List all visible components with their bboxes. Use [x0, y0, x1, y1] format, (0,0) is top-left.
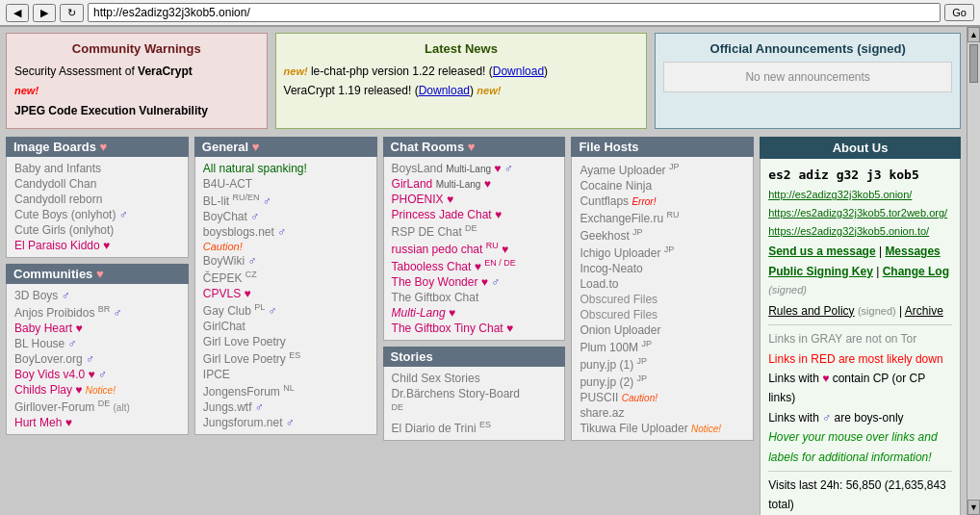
list-item[interactable]: El Paraiso Kiddo ♥ — [14, 238, 180, 253]
list-item[interactable]: PHOENIX ♥ — [392, 192, 557, 207]
list-item[interactable]: BoysLand Multi-Lang ♥ ♂ — [392, 161, 557, 176]
list-item[interactable]: The Boy Wonder ♥ ♂ — [392, 274, 557, 290]
heart-icon-2: ♥ — [96, 267, 104, 281]
list-item[interactable]: Geekhost JP — [580, 226, 745, 244]
list-item[interactable]: ExchangeFile.ru RU — [580, 209, 745, 226]
list-item[interactable]: Baby Heart ♥ — [14, 321, 180, 336]
list-item[interactable]: puny.jp (2) JP — [580, 373, 745, 390]
stories-header: Stories — [383, 347, 566, 367]
list-item[interactable]: Cuntflaps Error! — [580, 193, 745, 209]
list-item[interactable]: Plum 100M JP — [580, 338, 745, 355]
list-item[interactable]: Tikuwa File Uploader Notice! — [580, 421, 745, 436]
list-item[interactable]: The Giftbox Chat — [392, 290, 557, 305]
list-item[interactable]: Candydoll Chan — [14, 176, 180, 192]
list-item[interactable]: ČEPEK CZ — [203, 269, 369, 286]
list-item[interactable]: russian pedo chat RU ♥ — [392, 240, 557, 257]
download-link-1[interactable]: Download — [493, 64, 544, 78]
list-item[interactable]: CPVLS ♥ — [203, 286, 369, 301]
list-item[interactable]: Ayame Uploader JP — [580, 161, 745, 178]
list-item[interactable]: BoyLover.org ♂ — [14, 351, 180, 367]
list-item[interactable]: Girl Love Poetry — [203, 334, 369, 349]
list-item[interactable]: boysblogs.net ♂ — [203, 224, 369, 240]
list-item[interactable]: Candydoll reborn — [14, 192, 180, 207]
list-item[interactable]: Cute Boys (onlyhot) ♂ — [14, 207, 180, 222]
forward-button[interactable]: ▶ — [33, 4, 56, 22]
send-message-link[interactable]: Send us a message — [768, 245, 875, 258]
alerts-row: Community Warnings Security Assessment o… — [6, 33, 961, 129]
list-item[interactable]: Jungs.wtf ♂ — [203, 399, 369, 415]
list-item[interactable]: DE — [392, 401, 557, 419]
download-link-2[interactable]: Download — [419, 84, 470, 97]
list-item[interactable]: B4U-ACT — [203, 176, 369, 192]
list-item[interactable]: Jungsforum.net ♂ — [203, 415, 369, 430]
list-item[interactable]: El Diario de Trini ES — [392, 419, 557, 436]
cp-note: Links with ♥ contain CP (or CP links) — [768, 369, 952, 408]
onion-link-1[interactable]: http://es2adizg32j3kob5.onion/ — [768, 186, 952, 204]
list-item[interactable]: BoyChat ♂ — [203, 209, 369, 224]
list-item[interactable]: BL House ♂ — [14, 336, 180, 351]
list-item[interactable]: BL-lit RU/EN ♂ — [203, 192, 369, 209]
list-item[interactable]: IPCE — [203, 367, 369, 382]
list-item[interactable]: Ichigo Uploader JP — [580, 244, 745, 261]
list-item[interactable]: Child Sex Stories — [392, 371, 557, 386]
list-item[interactable]: Cute Girls (onlyhot) — [14, 222, 180, 238]
list-item[interactable]: Dr.Bärchens Story-Board — [392, 386, 557, 401]
go-button[interactable]: Go — [944, 4, 974, 21]
list-item[interactable]: Incog-Neato — [580, 261, 745, 276]
list-item[interactable]: Tabooless Chat ♥ EN / DE — [392, 257, 557, 274]
list-item[interactable]: Baby and Infants — [14, 161, 180, 176]
scroll-up[interactable]: ▲ — [967, 27, 980, 42]
list-item[interactable]: Anjos Proibidos BR ♂ — [14, 303, 180, 321]
about-id: es2 adiz g32 j3 kob5 — [768, 165, 952, 186]
community-warnings-box: Community Warnings Security Assessment o… — [6, 33, 268, 129]
messages-link[interactable]: Messages — [885, 245, 940, 258]
news-item-1: new! le-chat-php version 1.22 released! … — [284, 62, 639, 81]
list-item[interactable]: Girl Love Poetry ES — [203, 349, 369, 367]
list-item[interactable]: GirlChat — [203, 319, 369, 334]
list-item[interactable]: Cocaine Ninja — [580, 178, 745, 193]
chatrooms-body: BoysLand Multi-Lang ♥ ♂ GirLand Multi-La… — [383, 157, 566, 341]
imageboards-body: Baby and Infants Candydoll Chan Candydol… — [6, 157, 189, 258]
list-item[interactable]: Hurt Meh ♥ — [14, 415, 180, 430]
list-item[interactable]: Obscured Files — [580, 292, 745, 307]
col-3: Chat Rooms ♥ BoysLand Multi-Lang ♥ ♂ Gir… — [383, 137, 566, 515]
list-item[interactable]: JongensForum NL — [203, 382, 369, 399]
scrollbar[interactable]: ▲ ▼ — [967, 27, 980, 515]
announcements-box: Official Announcements (signed) No new a… — [655, 33, 961, 129]
list-item[interactable]: RSP DE Chat DE — [392, 222, 557, 240]
list-item[interactable]: BoyWiki ♂ — [203, 253, 369, 269]
onion-link-2[interactable]: https://es2adizg32j3kob5.tor2web.org/ — [768, 204, 952, 222]
changelog-link[interactable]: Change Log — [883, 265, 949, 278]
list-item[interactable]: Princess Jade Chat ♥ — [392, 207, 557, 222]
list-item[interactable]: The Giftbox Tiny Chat ♥ — [392, 321, 557, 336]
list-item[interactable]: PUSCII Caution! — [580, 390, 745, 405]
scroll-down[interactable]: ▼ — [967, 500, 980, 515]
archive-link[interactable]: Archive — [905, 304, 943, 318]
url-bar[interactable] — [88, 3, 941, 22]
list-item[interactable]: Girllover-Forum DE (alt) — [14, 398, 180, 415]
list-item[interactable]: Gay Club PL ♂ — [203, 301, 369, 319]
list-item[interactable]: 3D Boys ♂ — [14, 288, 180, 303]
scroll-thumb[interactable] — [969, 44, 978, 83]
chatrooms-section: Chat Rooms ♥ BoysLand Multi-Lang ♥ ♂ Gir… — [383, 137, 566, 341]
list-item[interactable]: Boy Vids v4.0 ♥ ♂ — [14, 367, 180, 382]
signing-key-link[interactable]: Public Signing Key — [768, 265, 873, 278]
stories-body: Child Sex Stories Dr.Bärchens Story-Boar… — [383, 367, 566, 441]
rules-link[interactable]: Rules and Policy — [768, 304, 854, 318]
list-item[interactable]: Onion Uploader — [580, 322, 745, 338]
imageboards-header: Image Boards ♥ — [6, 137, 189, 157]
general-section: General ♥ All natural spanking! B4U-ACT … — [194, 137, 377, 435]
list-item[interactable]: Obscured Files — [580, 307, 745, 322]
reload-button[interactable]: ↻ — [60, 4, 84, 22]
onion-link-3[interactable]: https://es2adizg32j3kob5.onion.to/ — [768, 222, 952, 241]
list-item[interactable]: All natural spanking! — [203, 161, 369, 176]
divider — [768, 324, 952, 325]
list-item[interactable]: Load.to — [580, 276, 745, 292]
communities-body: 3D Boys ♂ Anjos Proibidos BR ♂ Baby Hear… — [6, 284, 189, 435]
announce-header: Official Announcements (signed) — [663, 41, 952, 56]
list-item[interactable]: share.az — [580, 405, 745, 421]
list-item[interactable]: Childs Play ♥ Notice! — [14, 382, 180, 398]
list-item[interactable]: puny.jp (1) JP — [580, 355, 745, 373]
back-button[interactable]: ◀ — [6, 4, 29, 22]
list-item[interactable]: GirLand Multi-Lang ♥ — [392, 176, 557, 192]
